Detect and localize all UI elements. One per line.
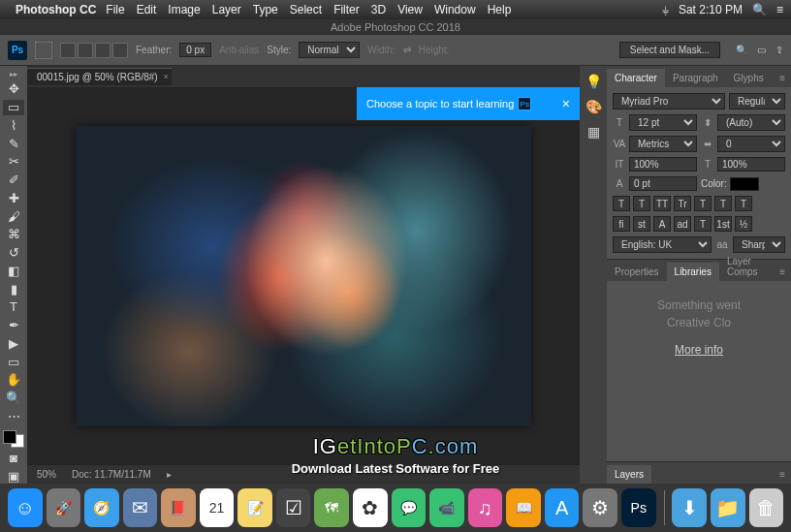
dock-launchpad[interactable]: 🚀 [47,488,81,527]
dock-reminders[interactable]: ☑ [276,488,311,527]
panel-menu-icon[interactable]: ≡ [774,69,791,87]
sel-subtract[interactable] [95,43,111,58]
hscale-field[interactable]: 100% [717,157,785,172]
healing-tool[interactable]: ✚ [3,191,24,206]
menu-filter[interactable]: Filter [333,3,360,16]
tab-properties[interactable]: Properties [607,263,667,281]
hand-tool[interactable]: ✋ [3,372,24,388]
font-size-select[interactable]: 12 pt [629,114,697,131]
opentype-btn-6[interactable]: ½ [735,216,752,232]
tab-libraries[interactable]: Libraries [667,263,719,281]
menu-type[interactable]: Type [253,3,278,16]
dock-safari[interactable]: 🧭 [84,488,119,527]
learn-tooltip-close[interactable]: × [562,96,570,111]
text-color-swatch[interactable] [730,177,759,191]
type-tool[interactable]: T [3,299,24,315]
marquee-tool[interactable]: ▭ [3,100,24,115]
toolbox-collapse[interactable]: ▸▸ [10,70,17,78]
color-panel-icon[interactable]: 🎨 [585,99,602,114]
search-icon[interactable]: 🔍 [736,45,747,55]
font-family-select[interactable]: Myriad Pro [613,93,725,110]
fg-color[interactable] [3,430,16,444]
notification-center-icon[interactable]: ≡ [776,3,783,16]
feather-value[interactable]: 0 px [179,43,211,57]
share-icon[interactable]: ⇪ [775,45,783,55]
opentype-btn-5[interactable]: 1st [714,216,732,232]
dock-ibooks[interactable]: 📖 [506,488,541,527]
lasso-tool[interactable]: ⌇ [3,118,24,134]
dock-preferences[interactable]: ⚙ [583,488,617,527]
text-style-btn-1[interactable]: T [633,196,650,211]
menu-window[interactable]: Window [434,3,476,16]
screen-mode[interactable]: ▣ [3,468,24,484]
more-info-link[interactable]: More info [675,341,723,359]
opentype-btn-0[interactable]: fi [613,216,630,232]
select-and-mask-button[interactable]: Select and Mask... [619,42,720,58]
pen-tool[interactable]: ✒ [3,318,24,333]
dock-folder[interactable]: 📁 [711,488,745,527]
close-tab-icon[interactable]: × [163,72,168,81]
workspace-icon[interactable]: ▭ [757,45,766,55]
tab-layers[interactable]: Layers [607,465,651,484]
tab-glyphs[interactable]: Glyphs [726,69,772,87]
dock-calendar[interactable]: 21 [200,488,235,527]
document-tab[interactable]: 00015.jpg @ 50% (RGB/8#) × [27,68,172,85]
ps-home-icon[interactable]: Ps [8,41,27,60]
font-weight-select[interactable]: Regular [729,93,785,110]
dock-itunes[interactable]: ♫ [468,488,503,527]
tab-paragraph[interactable]: Paragraph [665,69,726,87]
dock-photos[interactable]: ✿ [353,488,388,527]
move-tool[interactable]: ✥ [3,81,24,97]
clock[interactable]: Sat 2:10 PM [679,3,743,16]
menu-image[interactable]: Image [168,3,200,16]
sel-intersect[interactable] [112,43,128,58]
dock-maps[interactable]: 🗺 [314,488,349,527]
dock-notes[interactable]: 📝 [237,488,272,527]
panel-menu-icon[interactable]: ≡ [774,263,791,281]
edit-toolbar[interactable]: ⋯ [3,409,24,424]
menu-layer[interactable]: Layer [212,3,241,16]
panel-menu-icon[interactable]: ≡ [774,465,791,484]
app-name[interactable]: Photoshop CC [16,3,96,16]
language-select[interactable]: English: UK [613,236,712,253]
menu-edit[interactable]: Edit [137,3,157,16]
quick-select-tool[interactable]: ✎ [3,136,24,151]
dock-appstore[interactable]: A [545,488,580,527]
quick-mask[interactable]: ◙ [3,451,24,466]
eyedropper-tool[interactable]: ✐ [3,172,24,188]
sel-new[interactable] [60,43,76,58]
status-arrow-icon[interactable]: ▸ [167,469,172,480]
current-tool-icon[interactable] [35,42,52,59]
dock-downloads[interactable]: ⬇ [672,488,707,527]
history-brush-tool[interactable]: ↺ [3,245,24,261]
gradient-tool[interactable]: ▮ [3,281,24,297]
sel-add[interactable] [78,43,93,58]
opentype-btn-3[interactable]: ad [674,216,691,232]
opentype-btn-1[interactable]: st [633,216,650,232]
wifi-icon[interactable]: ⏚ [662,3,669,16]
learn-panel-icon[interactable]: 💡 [585,74,602,89]
tab-character[interactable]: Character [607,69,665,87]
leading-select[interactable]: (Auto) [717,114,785,131]
path-select-tool[interactable]: ▶ [3,336,24,352]
dock-trash[interactable]: 🗑 [749,488,784,527]
eraser-tool[interactable]: ◧ [3,264,24,279]
dock-messages[interactable]: 💬 [392,488,427,527]
text-style-btn-3[interactable]: Tr [674,196,691,211]
zoom-level[interactable]: 50% [37,469,56,480]
rectangle-tool[interactable]: ▭ [3,354,24,369]
opentype-btn-2[interactable]: A [653,216,671,232]
style-select[interactable]: Normal [299,42,360,58]
dock-contacts[interactable]: 📕 [161,488,196,527]
canvas[interactable] [76,126,531,426]
doc-size[interactable]: Doc: 11.7M/11.7M [72,469,151,480]
text-style-btn-5[interactable]: T [714,196,732,211]
menu-3d[interactable]: 3D [371,3,386,16]
brush-tool[interactable]: 🖌 [3,208,24,224]
menu-select[interactable]: Select [290,3,322,16]
dock-photoshop[interactable]: Ps [621,488,656,527]
vscale-field[interactable]: 100% [629,157,697,172]
baseline-field[interactable]: 0 pt [629,176,697,191]
dock-finder[interactable]: ☺ [8,488,43,527]
kerning-select[interactable]: Metrics [629,136,697,152]
